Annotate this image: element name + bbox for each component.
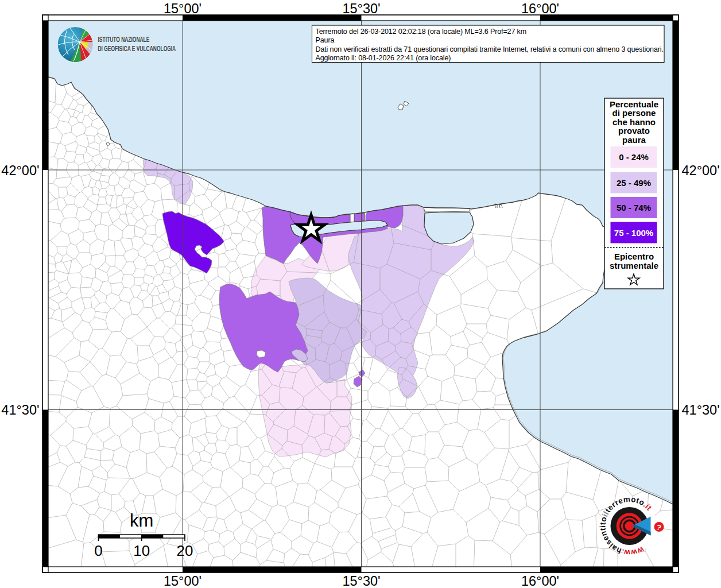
- svg-text:di persone: di persone: [613, 108, 656, 118]
- svg-text:25 - 49%: 25 - 49%: [617, 178, 651, 188]
- svg-text:Percentuale: Percentuale: [610, 99, 658, 109]
- svg-text:Terremoto del 26-03-2012 02:02: Terremoto del 26-03-2012 02:02:18 (ora l…: [316, 28, 527, 36]
- svg-text:41°30': 41°30': [1, 403, 39, 417]
- svg-text:75 - 100%: 75 - 100%: [614, 228, 653, 238]
- svg-text:42°00': 42°00': [682, 163, 720, 178]
- svg-text:50 - 74%: 50 - 74%: [617, 203, 651, 212]
- svg-text:che hanno: che hanno: [613, 117, 656, 127]
- svg-text:Epicentro: Epicentro: [614, 252, 654, 261]
- svg-text:42°00': 42°00': [1, 163, 39, 178]
- svg-text:15°00': 15°00': [164, 574, 201, 588]
- svg-text:DI GEOFISICA E VULCANOLOGIA: DI GEOFISICA E VULCANOLOGIA: [98, 44, 176, 52]
- svg-text:15°30': 15°30': [342, 574, 380, 588]
- svg-text:20: 20: [177, 542, 193, 559]
- svg-text:strumentale: strumentale: [610, 261, 658, 270]
- svg-text:provato: provato: [618, 126, 650, 136]
- svg-text:16°00': 16°00': [521, 1, 559, 16]
- svg-text:10: 10: [133, 542, 150, 559]
- svg-text:16°00': 16°00': [521, 574, 559, 588]
- svg-text:Aggiornato il: 08-01-2026 22:4: Aggiornato il: 08-01-2026 22:41 (ora loc…: [316, 54, 451, 62]
- svg-text:paura: paura: [622, 135, 646, 145]
- svg-text:41°30': 41°30': [682, 403, 720, 417]
- svg-text:Dati non verificati estratti d: Dati non verificati estratti da 71 quest…: [316, 45, 664, 53]
- svg-text:0 - 24%: 0 - 24%: [619, 152, 649, 162]
- svg-text:15°00': 15°00': [164, 1, 201, 16]
- svg-text:km: km: [130, 510, 153, 531]
- svg-text:ISTITUTO NAZIONALE: ISTITUTO NAZIONALE: [98, 35, 150, 43]
- svg-text:15°30': 15°30': [342, 1, 380, 16]
- svg-text:0: 0: [94, 542, 102, 559]
- svg-text:Paura: Paura: [316, 36, 335, 44]
